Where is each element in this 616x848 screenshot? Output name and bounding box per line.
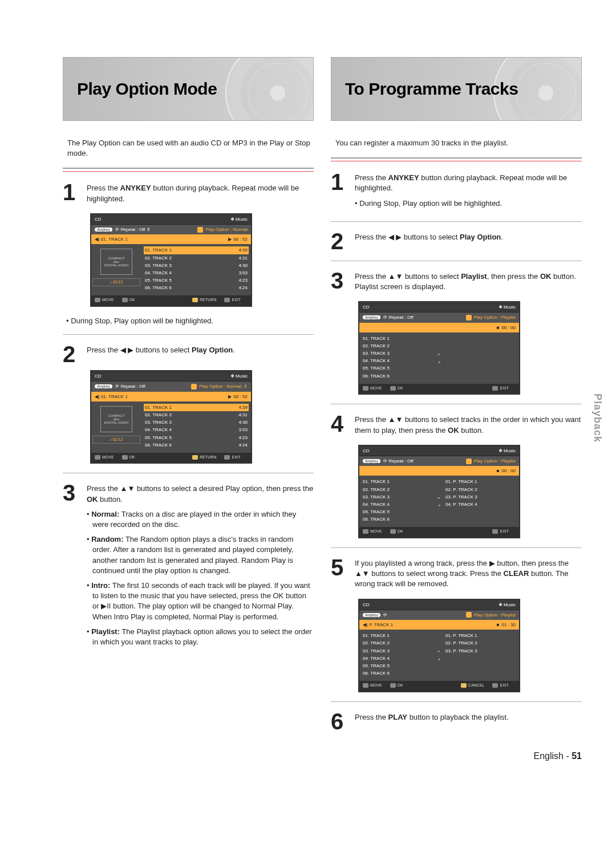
divider bbox=[331, 701, 582, 702]
step-number: 3 bbox=[331, 269, 350, 297]
divider bbox=[63, 473, 314, 473]
screenshot-cd-normal-1: CD❖ Music Anykey ⟳ Repeat : Off ⇕ Play O… bbox=[90, 213, 252, 307]
step-number: 1 bbox=[331, 171, 350, 213]
right-step-2: 2 Press the ◀ ▶ buttons to select Play O… bbox=[331, 230, 582, 253]
right-step-4: 4 Press the ▲▼ buttons to select tracks … bbox=[331, 412, 582, 440]
right-section-banner: To Programme Tracks bbox=[331, 57, 582, 121]
screenshot-playlist-building: CD❖ Music Anykey ⟳ Repeat : Off Play Opt… bbox=[358, 445, 520, 538]
step-text: Press the PLAY button to playback the pl… bbox=[355, 712, 582, 723]
right-column: To Programme Tracks You can register a m… bbox=[331, 57, 582, 762]
divider bbox=[63, 334, 314, 335]
step-number: 5 bbox=[331, 556, 350, 594]
play-option-icon bbox=[191, 384, 197, 389]
right-step-6: 6 Press the PLAY button to playback the … bbox=[331, 710, 582, 733]
step-number: 2 bbox=[331, 230, 350, 253]
step-text: Press the ◀ ▶ buttons to select Play Opt… bbox=[87, 345, 314, 355]
play-option-icon bbox=[466, 612, 472, 618]
play-option-list: Normal: Tracks on a disc are played in t… bbox=[87, 509, 314, 647]
left-step1-note: • During Stop, Play option will be highl… bbox=[66, 316, 314, 326]
divider bbox=[331, 547, 582, 548]
divider bbox=[63, 168, 314, 172]
screenshot-playlist-empty: CD❖ Music Anykey ⟳ Repeat : Off Play Opt… bbox=[358, 301, 520, 395]
right-step-3: 3 Press the ▲▼ buttons to select Playlis… bbox=[331, 269, 582, 297]
left-section-banner: Play Option Mode bbox=[63, 57, 314, 121]
screenshot-playlist-remove: CD❖ Music Anykey ⟳ Play Option : Playlis… bbox=[358, 599, 520, 692]
right-step-1: 1 Press the ANYKEY button during playbac… bbox=[331, 171, 582, 213]
step-text: Press the ▲▼ buttons to select Playlist,… bbox=[355, 271, 582, 292]
step-text: If you playlisted a wrong track, press t… bbox=[355, 558, 582, 590]
play-option-icon bbox=[466, 459, 472, 464]
step-number: 3 bbox=[63, 481, 82, 652]
step-text: Press the ◀ ▶ buttons to select Play Opt… bbox=[355, 232, 582, 242]
step-text: Press the ▲▼ buttons to select a desired… bbox=[87, 484, 314, 504]
left-column: Play Option Mode The Play Option can be … bbox=[63, 57, 314, 762]
right-step-5: 5 If you playlisted a wrong track, press… bbox=[331, 556, 582, 594]
divider bbox=[331, 221, 582, 222]
step-text: Press the ANYKEY button during playback.… bbox=[355, 173, 582, 193]
page-footer: English - 51 bbox=[331, 750, 582, 762]
disc-logo-icon: COMPACTdiscDIGITAL AUDIO bbox=[100, 249, 132, 275]
play-option-icon bbox=[197, 227, 203, 233]
right-title: To Programme Tracks bbox=[345, 77, 518, 101]
step-number: 4 bbox=[331, 412, 350, 440]
step-number: 1 bbox=[63, 181, 82, 208]
play-option-icon bbox=[466, 315, 472, 320]
left-step-3: 3 Press the ▲▼ buttons to select a desir… bbox=[63, 481, 314, 652]
step-number: 6 bbox=[331, 710, 350, 733]
screenshot-cd-normal-2: CD❖ Music Anykey ⟳ Repeat : Off Play Opt… bbox=[90, 370, 252, 464]
pager: ♪ 01/12 bbox=[92, 278, 140, 286]
left-step-1: 1 Press the ANYKEY button during playbac… bbox=[63, 181, 314, 208]
divider bbox=[331, 157, 582, 161]
step-number: 2 bbox=[63, 343, 82, 366]
right-intro: You can register a maximum 30 tracks in … bbox=[335, 138, 582, 148]
pager: ♪ 01/12 bbox=[92, 436, 140, 444]
left-title: Play Option Mode bbox=[77, 77, 217, 101]
left-intro: The Play Option can be used with an audi… bbox=[67, 138, 314, 159]
step-text: Press the ▲▼ buttons to select tracks in… bbox=[355, 415, 582, 435]
divider bbox=[331, 261, 582, 261]
divider bbox=[331, 404, 582, 404]
cd-icon bbox=[225, 57, 314, 121]
left-step-2: 2 Press the ◀ ▶ buttons to select Play O… bbox=[63, 343, 314, 366]
step-note: • During Stop, Play option will be highl… bbox=[355, 198, 582, 209]
step-text: Press the ANYKEY button during playback.… bbox=[87, 183, 314, 204]
side-tab-playback: Playback bbox=[590, 393, 605, 443]
disc-logo-icon: COMPACTdiscDIGITAL AUDIO bbox=[100, 406, 132, 432]
